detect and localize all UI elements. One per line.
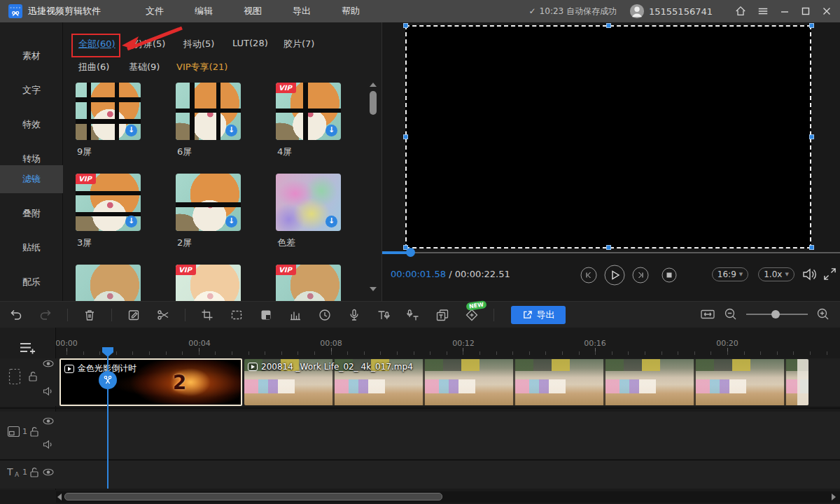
tab-lut[interactable]: LUT(28): [232, 38, 268, 48]
filter-item-4screen[interactable]: VIP ↓: [276, 83, 341, 140]
eye-icon[interactable]: [43, 417, 54, 425]
menu-edit[interactable]: 编辑: [179, 5, 228, 18]
sidebar-item-effects[interactable]: 特效: [0, 111, 63, 139]
filter-item-partial-3[interactable]: VIP: [276, 265, 341, 301]
filter-item-6screen[interactable]: ↓: [176, 83, 241, 140]
download-icon[interactable]: ↓: [225, 125, 237, 136]
previous-frame-button[interactable]: [580, 267, 597, 284]
lock-icon[interactable]: [28, 371, 38, 382]
fullscreen-icon[interactable]: [823, 267, 836, 281]
video-canvas[interactable]: [405, 25, 811, 248]
volume-icon[interactable]: [802, 267, 818, 282]
toolbar-divider: [67, 309, 68, 321]
zoom-slider-handle[interactable]: [771, 310, 780, 318]
sidebar: 素材 文字 特效 转场 滤镜 叠附 贴纸 配乐: [0, 22, 63, 301]
tab-vip-exclusive[interactable]: VIP专享(21): [176, 61, 227, 74]
filter-item-9screen[interactable]: ↓: [76, 83, 141, 140]
scroll-left-icon[interactable]: [57, 493, 62, 500]
filter-item-partial-2[interactable]: VIP: [176, 265, 241, 301]
menu-view[interactable]: 视图: [228, 5, 277, 18]
zoom-out-icon[interactable]: [724, 307, 738, 321]
export-button[interactable]: 导出: [511, 306, 566, 324]
add-track-button[interactable]: [18, 340, 36, 356]
duration-button[interactable]: [317, 307, 332, 323]
sidebar-item-filter[interactable]: 滤镜: [0, 165, 63, 193]
freeze-frame-button[interactable]: [229, 307, 244, 323]
text-to-speech-button[interactable]: [376, 307, 391, 323]
zoom-in-icon[interactable]: [816, 307, 830, 321]
handle-mid-left[interactable]: [403, 134, 408, 139]
sidebar-item-text[interactable]: 文字: [0, 76, 63, 104]
redo-button[interactable]: [38, 307, 53, 323]
eye-icon[interactable]: [43, 360, 54, 368]
handle-bottom-right[interactable]: [809, 245, 814, 250]
tab-film[interactable]: 胶片(7): [284, 38, 314, 50]
sidebar-item-music[interactable]: 配乐: [0, 268, 63, 296]
tab-distort[interactable]: 扭曲(6): [78, 61, 109, 74]
eye-icon[interactable]: [43, 468, 54, 476]
tab-basic[interactable]: 基础(9): [129, 61, 160, 74]
download-icon[interactable]: ↓: [326, 125, 337, 136]
main-menu-button[interactable]: [757, 6, 769, 17]
timeline-hscrollbar[interactable]: [56, 491, 840, 503]
handle-top-right[interactable]: [809, 23, 814, 28]
lock-icon[interactable]: [29, 467, 39, 478]
menu-export[interactable]: 导出: [277, 5, 326, 18]
handle-top-mid[interactable]: [606, 23, 611, 28]
timeline-clip-video[interactable]: 200814 _Work Life_02_ 4k_017.mp4: [244, 359, 808, 405]
play-button[interactable]: [604, 265, 625, 286]
handle-bottom-mid[interactable]: [606, 245, 611, 250]
split-scissors-button[interactable]: [155, 307, 171, 323]
undo-button[interactable]: [8, 307, 24, 323]
close-button[interactable]: [822, 6, 832, 16]
fit-timeline-icon[interactable]: [700, 307, 715, 321]
sidebar-item-media[interactable]: 素材: [0, 42, 63, 70]
zoom-slider[interactable]: [746, 314, 808, 315]
minimize-button[interactable]: [780, 6, 790, 16]
audio-adjust-button[interactable]: [288, 307, 303, 323]
hscrollbar-thumb[interactable]: [64, 493, 442, 500]
home-button[interactable]: [735, 6, 746, 17]
marker-button[interactable]: NEW: [464, 307, 479, 323]
download-icon[interactable]: ↓: [225, 216, 237, 227]
scrollbar-thumb[interactable]: [370, 91, 377, 115]
lock-icon[interactable]: [29, 426, 39, 438]
seek-handle[interactable]: [406, 248, 415, 257]
cut-scissors-badge[interactable]: [99, 371, 117, 389]
filter-item-2screen[interactable]: ↓: [176, 174, 241, 231]
speech-to-text-button[interactable]: [405, 307, 421, 323]
sidebar-item-overlay[interactable]: 叠附: [0, 200, 63, 227]
next-frame-button[interactable]: [632, 267, 649, 284]
menu-file[interactable]: 文件: [130, 5, 179, 18]
handle-mid-right[interactable]: [809, 134, 814, 139]
edit-button[interactable]: [126, 307, 141, 323]
download-icon[interactable]: ↓: [326, 216, 337, 227]
account-button[interactable]: 15155156741: [629, 4, 713, 19]
menu-help[interactable]: 帮助: [326, 5, 375, 18]
text-template-button[interactable]: [435, 307, 450, 323]
handle-top-left[interactable]: [403, 23, 408, 28]
scroll-right-icon[interactable]: [832, 493, 836, 500]
aspect-ratio-dropdown[interactable]: 16:9 ▼: [712, 267, 748, 281]
mask-button[interactable]: [258, 307, 274, 323]
time-separator: /: [449, 269, 451, 279]
filter-item-partial-1[interactable]: [76, 265, 141, 301]
sidebar-item-sticker[interactable]: 贴纸: [0, 234, 63, 262]
timeline-clip-countdown[interactable]: 2 金色光影倒计时: [59, 358, 242, 406]
crop-button[interactable]: [200, 307, 215, 323]
speed-dropdown[interactable]: 1.0x ▼: [758, 267, 794, 281]
filter-item-3screen[interactable]: VIP ↓: [76, 174, 141, 231]
stop-button[interactable]: [662, 267, 677, 283]
record-voice-button[interactable]: [346, 307, 362, 323]
mute-icon[interactable]: [43, 440, 54, 449]
seek-bar[interactable]: [382, 252, 840, 253]
filter-item-chromatic[interactable]: ↓: [276, 174, 341, 231]
scroll-down-icon[interactable]: [370, 287, 377, 291]
delete-button[interactable]: [82, 307, 97, 323]
download-icon[interactable]: ↓: [125, 216, 137, 227]
mute-icon[interactable]: [43, 386, 54, 396]
filter-scrollbar[interactable]: [369, 83, 377, 293]
maximize-button[interactable]: [801, 6, 811, 16]
download-icon[interactable]: ↓: [125, 125, 137, 136]
scroll-up-icon[interactable]: [370, 83, 377, 87]
